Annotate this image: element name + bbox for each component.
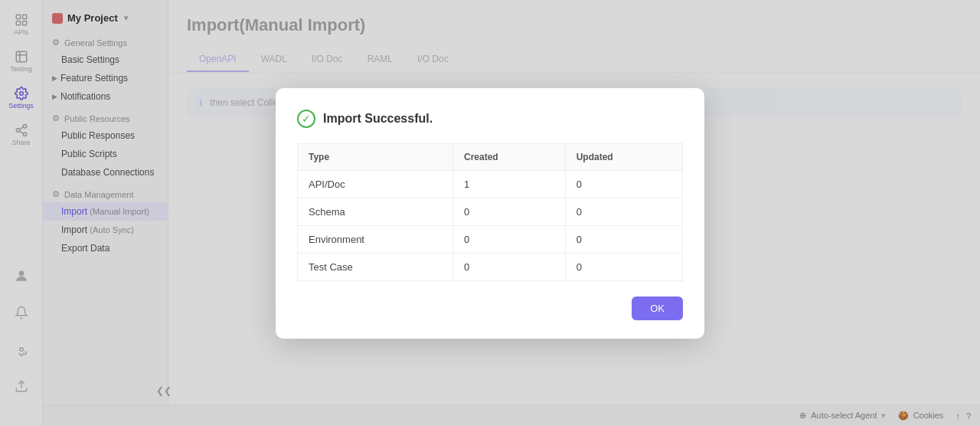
table-cell-created: 0 — [453, 253, 566, 280]
table-cell-updated: 0 — [565, 170, 682, 198]
table-row: Environment 0 0 — [298, 225, 683, 253]
table-header-created: Created — [453, 143, 566, 170]
import-table: Type Created Updated API/Doc 1 0 Schema … — [297, 143, 683, 281]
table-row: Schema 0 0 — [298, 198, 683, 225]
success-check-icon: ✓ — [297, 110, 315, 128]
table-header-type: Type — [298, 143, 453, 170]
modal-footer: OK — [297, 297, 683, 320]
table-row: API/Doc 1 0 — [298, 170, 683, 198]
modal-title: Import Successful. — [323, 112, 433, 126]
table-row: Test Case 0 0 — [298, 253, 683, 280]
table-cell-type: Environment — [298, 225, 453, 253]
table-cell-created: 1 — [453, 170, 566, 198]
modal-overlay: ✓ Import Successful. Type Created Update… — [0, 0, 980, 426]
ok-button[interactable]: OK — [632, 297, 683, 320]
table-cell-type: Schema — [298, 198, 453, 225]
modal-header: ✓ Import Successful. — [297, 110, 683, 128]
table-cell-created: 0 — [453, 198, 566, 225]
table-header-updated: Updated — [565, 143, 682, 170]
table-cell-type: API/Doc — [298, 170, 453, 198]
table-cell-created: 0 — [453, 225, 566, 253]
import-success-modal: ✓ Import Successful. Type Created Update… — [276, 88, 704, 339]
table-cell-type: Test Case — [298, 253, 453, 280]
table-cell-updated: 0 — [565, 225, 682, 253]
table-cell-updated: 0 — [565, 253, 682, 280]
table-cell-updated: 0 — [565, 198, 682, 225]
